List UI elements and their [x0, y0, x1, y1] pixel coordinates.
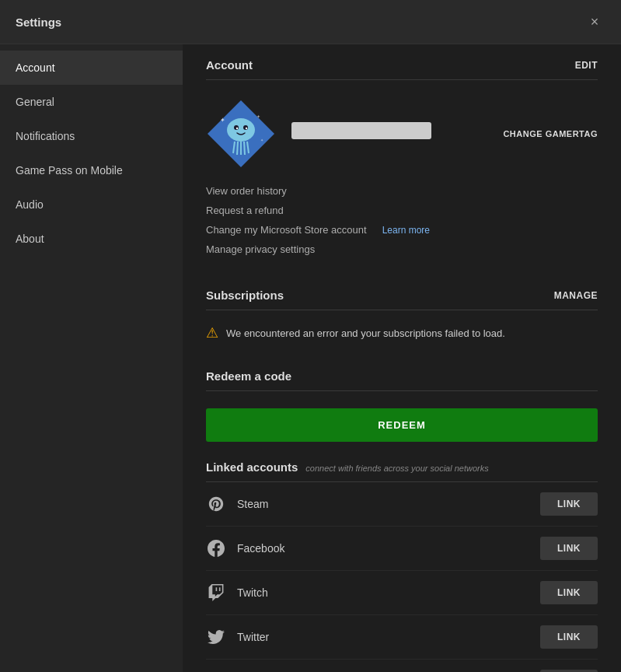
- redeem-section: REDEEM: [206, 391, 598, 442]
- sidebar: Account General Notifications Game Pass …: [0, 44, 183, 672]
- facebook-icon: [206, 538, 226, 558]
- steam-label: Steam: [237, 498, 540, 510]
- profile-info: [291, 122, 487, 145]
- linked-account-twitch: Twitch LINK: [206, 571, 598, 615]
- svg-text:✦: ✦: [260, 138, 263, 142]
- svg-text:✦: ✦: [256, 114, 260, 119]
- steam-icon: [206, 494, 226, 514]
- linked-accounts-header: Linked accounts connect with friends acr…: [206, 460, 598, 482]
- linked-account-twitter: Twitter LINK: [206, 615, 598, 660]
- avatar-image: ✦ ✦ ✦: [206, 99, 276, 169]
- view-order-history-link[interactable]: View order history: [206, 181, 598, 201]
- warning-icon: ⚠: [206, 324, 218, 341]
- svg-line-8: [237, 142, 238, 155]
- request-refund-link[interactable]: Request a refund: [206, 201, 598, 220]
- twitter-link-button[interactable]: LINK: [540, 625, 598, 649]
- sidebar-item-account[interactable]: Account: [0, 51, 183, 85]
- account-section-title: Account: [206, 58, 253, 72]
- twitter-label: Twitter: [237, 631, 540, 643]
- svg-point-4: [243, 125, 248, 130]
- content-panel: Account EDIT: [183, 44, 621, 672]
- account-section-header: Account EDIT: [206, 44, 598, 80]
- error-message: We encountered an error and your subscri…: [226, 327, 505, 339]
- sidebar-item-general[interactable]: General: [0, 85, 183, 119]
- sidebar-item-notifications[interactable]: Notifications: [0, 119, 183, 153]
- subscriptions-title: Subscriptions: [206, 289, 284, 302]
- manage-button[interactable]: MANAGE: [554, 290, 598, 301]
- subscriptions-error: ⚠ We encountered an error and your subsc…: [206, 310, 598, 355]
- change-gamertag-button[interactable]: CHANGE GAMERTAG: [503, 129, 598, 138]
- settings-window: Settings × Account General Notifications…: [0, 0, 621, 672]
- svg-point-3: [234, 125, 239, 130]
- change-ms-store-link[interactable]: Change my Microsoft Store account Learn …: [206, 220, 598, 240]
- twitter-icon: [206, 627, 226, 647]
- facebook-link-button[interactable]: LINK: [540, 537, 598, 560]
- title-bar: Settings ×: [0, 0, 621, 44]
- account-profile: ✦ ✦ ✦ CHANGE GAMERTAG: [206, 80, 598, 181]
- steam-link-button[interactable]: LINK: [540, 492, 598, 516]
- main-content: Account General Notifications Game Pass …: [0, 44, 621, 672]
- redeem-button[interactable]: REDEEM: [206, 408, 598, 442]
- username-bar: [291, 122, 431, 139]
- sidebar-item-gamepass[interactable]: Game Pass on Mobile: [0, 153, 183, 187]
- linked-account-discord: Discord LINK: [206, 660, 598, 672]
- sidebar-item-audio[interactable]: Audio: [0, 187, 183, 222]
- svg-line-10: [244, 142, 245, 155]
- manage-privacy-link[interactable]: Manage privacy settings: [206, 240, 598, 259]
- svg-text:✦: ✦: [220, 117, 225, 124]
- window-title: Settings: [16, 16, 61, 29]
- linked-accounts-section: Linked accounts connect with friends acr…: [206, 460, 598, 672]
- subscriptions-section-header: Subscriptions MANAGE: [206, 275, 598, 310]
- redeem-section-header: Redeem a code: [206, 355, 598, 391]
- svg-point-5: [236, 128, 238, 129]
- linked-account-facebook: Facebook LINK: [206, 527, 598, 571]
- sidebar-item-about[interactable]: About: [0, 222, 183, 256]
- svg-point-2: [227, 118, 255, 142]
- svg-point-6: [246, 128, 247, 129]
- twitch-icon: [206, 583, 226, 603]
- linked-account-steam: Steam LINK: [206, 482, 598, 527]
- learn-more-link[interactable]: Learn more: [382, 225, 430, 236]
- redeem-title: Redeem a code: [206, 369, 291, 383]
- twitch-label: Twitch: [237, 586, 540, 599]
- linked-accounts-subtitle: connect with friends across your social …: [305, 464, 488, 473]
- close-button[interactable]: ×: [584, 11, 605, 33]
- account-links: View order history Request a refund Chan…: [206, 181, 598, 275]
- avatar: ✦ ✦ ✦: [206, 99, 276, 169]
- linked-accounts-title: Linked accounts: [206, 460, 298, 474]
- facebook-label: Facebook: [237, 542, 540, 555]
- twitch-link-button[interactable]: LINK: [540, 581, 598, 604]
- edit-button[interactable]: EDIT: [575, 60, 598, 71]
